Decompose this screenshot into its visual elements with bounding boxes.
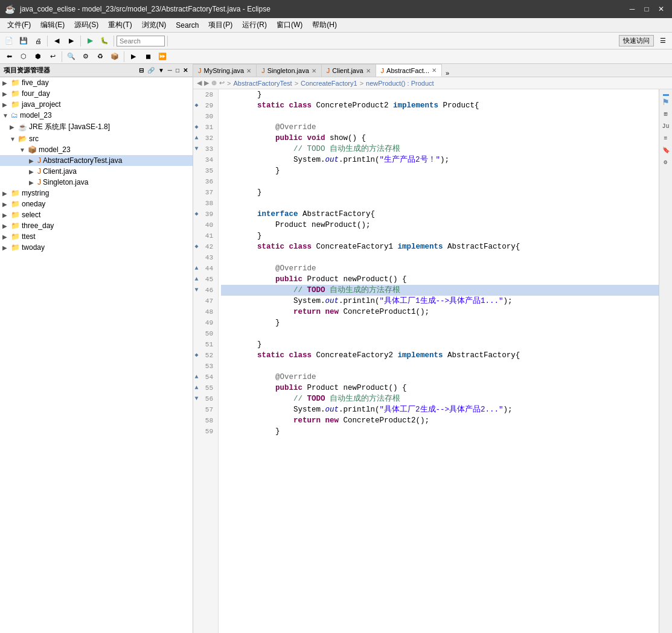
minimize-panel-icon[interactable]: ─ — [167, 66, 173, 74]
menu-refactor[interactable]: 重构(T) — [103, 19, 136, 31]
line-gutter: ◆ — [193, 209, 200, 220]
toolbar-print[interactable]: 🖨 — [31, 34, 45, 48]
tree-item-ttest[interactable]: ▶ 📁 ttest — [0, 231, 193, 242]
tree-item-mystring[interactable]: ▶ 📁 mystring — [0, 188, 193, 199]
collapse-arrow: ▶ — [10, 124, 17, 130]
tree-item-java-project[interactable]: ▶ 📁 java_project — [0, 99, 193, 110]
code-line-39: interface AbstractFactory{ — [221, 209, 659, 220]
sidebar-icon-3[interactable]: Ju — [661, 121, 671, 132]
project-explorer-header: 项目资源管理器 ⊟ 🔗 ▼ ─ □ ✕ — [0, 64, 193, 77]
breadcrumb-nav-icon[interactable]: ⊕ — [211, 79, 217, 87]
tree-item-oneday[interactable]: ▶ 📁 oneday — [0, 199, 193, 209]
toolbar2-btn11[interactable]: ⏩ — [156, 50, 169, 63]
menu-help[interactable]: 帮助(H) — [307, 19, 342, 31]
tree-item-jre[interactable]: ▶ ☕ JRE 系统库 [JavaSE-1.8] — [0, 121, 193, 133]
tree-item-five-day[interactable]: ▶ 📁 five_day — [0, 77, 193, 88]
package-icon: 📦 — [28, 145, 37, 154]
tab-singleton[interactable]: J Singleton.java ✕ — [257, 64, 322, 77]
tree-item-select[interactable]: ▶ 📁 select — [0, 209, 193, 220]
tree-item-src[interactable]: ▼ 📂 src — [0, 133, 193, 144]
menu-project[interactable]: 项目(P) — [203, 19, 237, 31]
close-panel-icon[interactable]: ✕ — [182, 66, 189, 74]
line-row: ▲55 — [193, 383, 216, 393]
tree-item-abstractfactory[interactable]: ▶ J AbstractFactoryTest.java — [0, 155, 193, 166]
line-number-gutter: 28 ◆29 30 ◆31 ▲32 ▼33 34 35 36 37 38 ◆39… — [193, 89, 219, 633]
line-row: 36 — [193, 176, 216, 187]
breadcrumb-item[interactable]: AbstractFactoryTest — [233, 80, 292, 87]
line-row: 49 — [193, 317, 216, 328]
tree-item-model-23[interactable]: ▼ 🗂 model_23 — [0, 110, 193, 121]
tab-mystring[interactable]: J MyString.java ✕ — [193, 64, 257, 77]
toolbar2-btn10[interactable]: ◼ — [141, 50, 155, 63]
toolbar2-btn4[interactable]: ↩ — [46, 50, 59, 63]
tab-abstractfactory[interactable]: J AbstractFact... ✕ — [376, 64, 442, 77]
line-gutter: ▼ — [193, 144, 200, 154]
menu-window[interactable]: 窗口(W) — [272, 19, 307, 31]
maximize-panel-icon[interactable]: □ — [174, 66, 181, 74]
breadcrumb-nav-icon[interactable]: ▶ — [204, 79, 209, 87]
menu-file[interactable]: 文件(F) — [2, 19, 36, 31]
toolbar2-btn8[interactable]: 📦 — [108, 50, 121, 63]
tree-label: three_day — [22, 221, 54, 230]
tree-item-model-23-pkg[interactable]: ▼ 📦 model_23 — [0, 144, 193, 155]
code-text-area[interactable]: } static class ConcreteProduct2 implemen… — [219, 89, 659, 633]
sidebar-icon-4[interactable]: ≡ — [661, 133, 671, 144]
toolbar-run[interactable]: ▶ — [83, 34, 97, 48]
line-number: 43 — [200, 252, 216, 263]
panel-menu-icon[interactable]: ▼ — [157, 66, 165, 74]
toolbar2-btn6[interactable]: ⚙ — [79, 50, 92, 63]
menu-run[interactable]: 运行(R) — [237, 19, 272, 31]
minimize-button[interactable]: ─ — [626, 3, 638, 15]
tree-label: oneday — [22, 200, 45, 208]
line-row: 34 — [193, 154, 216, 165]
tree-item-singleton[interactable]: ▶ J Singleton.java — [0, 177, 193, 188]
collapse-arrow: ▶ — [2, 101, 10, 108]
sidebar-icon-1[interactable]: ⚑ — [661, 97, 671, 108]
line-number: 55 — [200, 383, 216, 393]
tab-close-icon[interactable]: ✕ — [432, 67, 437, 74]
line-row: 57 — [193, 404, 216, 415]
menu-edit[interactable]: 编辑(E) — [36, 19, 69, 31]
sidebar-icon-2[interactable]: ⊞ — [661, 109, 671, 120]
tree-label: five_day — [22, 78, 49, 87]
maximize-button[interactable]: □ — [641, 3, 653, 15]
collapse-all-icon[interactable]: ⊟ — [138, 66, 145, 74]
toolbar-back[interactable]: ◀ — [50, 34, 63, 48]
menu-source[interactable]: 源码(S) — [69, 19, 103, 31]
link-editor-icon[interactable]: 🔗 — [146, 66, 156, 74]
sidebar-icon-5[interactable]: 🔖 — [661, 145, 671, 156]
toolbar-forward[interactable]: ▶ — [65, 34, 78, 48]
breadcrumb-nav-icon[interactable]: ◀ — [197, 79, 202, 87]
tree-item-client[interactable]: ▶ J Client.java — [0, 166, 193, 177]
close-button[interactable]: ✕ — [655, 3, 667, 15]
toolbar2-btn3[interactable]: ⬢ — [31, 50, 45, 63]
toolbar-new[interactable]: 📄 — [2, 34, 16, 48]
breadcrumb-item[interactable]: ConcreateFactory1 — [301, 80, 357, 87]
toolbar2-btn9[interactable]: ▶ — [127, 50, 140, 63]
project-tree: ▶ 📁 five_day ▶ 📁 four_day ▶ 📁 java_proje… — [0, 77, 193, 633]
toolbar2-btn5[interactable]: 🔍 — [65, 50, 78, 63]
menu-navigate[interactable]: 浏览(N) — [137, 19, 171, 31]
breadcrumb-item[interactable]: newProduct() : Product — [366, 80, 434, 87]
tab-client[interactable]: J Client.java ✕ — [322, 64, 376, 77]
toolbar2-btn1[interactable]: ⬅ — [2, 50, 16, 63]
tree-item-four-day[interactable]: ▶ 📁 four_day — [0, 88, 193, 99]
breadcrumb-nav-icon[interactable]: ↩ — [219, 79, 225, 87]
search-input[interactable] — [117, 36, 165, 46]
menu-search[interactable]: Search — [171, 20, 203, 31]
tab-close-icon[interactable]: ✕ — [366, 68, 371, 74]
toolbar-perspectives[interactable]: ☰ — [656, 34, 670, 48]
tab-overflow-button[interactable]: » — [442, 69, 453, 77]
toolbar-debug[interactable]: 🐛 — [98, 34, 111, 48]
toolbar2-btn7[interactable]: ♻ — [94, 50, 107, 63]
tab-close-icon[interactable]: ✕ — [246, 68, 251, 74]
toolbar-save[interactable]: 💾 — [17, 34, 30, 48]
line-gutter: ◆ — [193, 100, 200, 111]
tree-item-three-day[interactable]: ▶ 📁 three_day — [0, 220, 193, 231]
sidebar-icon-6[interactable]: ⚙ — [661, 157, 671, 168]
toolbar2-btn2[interactable]: ⬡ — [17, 50, 30, 63]
line-row: 41 — [193, 231, 216, 241]
quick-access-button[interactable]: 快速访问 — [619, 35, 654, 46]
tree-item-twoday[interactable]: ▶ 📁 twoday — [0, 242, 193, 253]
tab-close-icon[interactable]: ✕ — [312, 68, 316, 74]
